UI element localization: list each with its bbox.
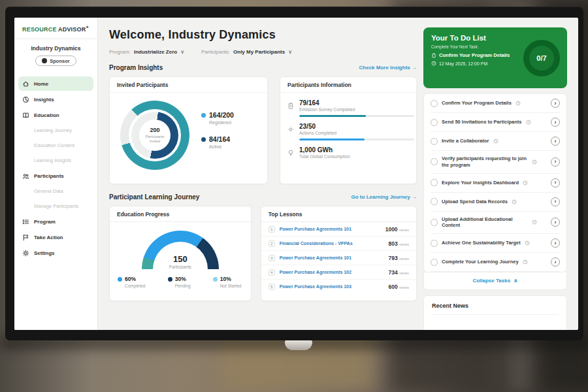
task-open-button[interactable]: › (551, 257, 560, 267)
learning-journey-header: Participant Learning Journey Go to Learn… (109, 193, 417, 201)
task-open-button[interactable]: › (551, 218, 560, 227)
program-insights-header: Program Insights Check More Insights → (109, 64, 417, 71)
sidebar-item[interactable]: Settings (18, 246, 93, 260)
task-row[interactable]: Confirm Your Program Details › (431, 94, 560, 113)
task-row[interactable]: Send 50 Invitations to Participants › (431, 113, 560, 132)
go-to-learning-journey-link[interactable]: Go to Learning Journey → (351, 194, 417, 200)
task-open-button[interactable]: › (551, 178, 560, 188)
monitor-screen: RESOURCE ADVISOR+ Industry Dynamics Spon… (14, 18, 578, 330)
lesson-link[interactable]: Power Purchase Agreements 101 (280, 227, 381, 232)
recent-news-title: Recent News (432, 302, 559, 315)
invited-donut-chart: 200 Participants Invited (120, 101, 189, 170)
legend-item-pending: 30% Pending (168, 276, 191, 288)
task-open-button[interactable]: › (551, 238, 560, 248)
task-open-button[interactable]: › (551, 99, 560, 108)
lessons-list: 1 Power Purchase Agreements 101 1000 vie… (261, 222, 416, 293)
sidebar-item-label: Education Content (34, 142, 74, 148)
todo-column: Your To Do List Complete Your Next Task:… (423, 18, 567, 330)
sidebar-item[interactable]: Program (18, 214, 93, 229)
task-open-button[interactable]: › (551, 118, 560, 127)
lesson-rank: 2 (269, 240, 275, 247)
task-checkbox[interactable] (431, 198, 438, 205)
info-label: Actions Completed (299, 131, 414, 135)
sidebar-item[interactable]: Take Action (18, 230, 93, 244)
sidebar-item[interactable]: Participants (18, 169, 93, 183)
lesson-row: 2 Financial Considerations - VPPAs 803 v… (261, 237, 416, 251)
card-title: Participants Information (280, 77, 416, 93)
sidebar-item-label: General Data (34, 188, 63, 194)
clock-icon (532, 220, 537, 225)
task-row[interactable]: Upload Additional Educational Content › (431, 212, 560, 235)
task-checkbox[interactable] (431, 240, 438, 247)
task-label: Explore Your Insights Dashboard (442, 180, 519, 186)
legend-item-completed: 60% Completed (118, 276, 145, 288)
page-title: Welcome, Industry Dynamics (109, 28, 417, 42)
insights-cards-row: Invited Participants 200 Participants In… (109, 76, 417, 184)
info-label: Emission Survey Completed (299, 107, 414, 112)
info-value: 1,000 GWh (299, 146, 350, 154)
task-checkbox[interactable] (431, 119, 438, 126)
actions-icon (287, 123, 295, 140)
task-label: Send 50 Invitations to Participants (442, 119, 522, 125)
legend-item-registered: 164/200 Registered (201, 111, 234, 125)
chevron-down-icon[interactable]: ∨ (288, 49, 292, 55)
sidebar-item[interactable]: General Data (18, 184, 93, 198)
task-checkbox[interactable] (431, 158, 438, 165)
task-checkbox[interactable] (431, 138, 438, 145)
legend-value: 84/164 (209, 135, 230, 143)
sidebar-item[interactable]: Education (18, 108, 93, 122)
lesson-row: 4 Power Purchase Agreements 102 734 view… (261, 265, 416, 280)
task-open-button[interactable]: › (551, 137, 560, 146)
sidebar-item[interactable]: Learning Insights (18, 154, 93, 167)
sidebar-item[interactable]: Learning Journey (18, 123, 93, 137)
clock-icon (532, 159, 537, 165)
main-content: Welcome, Industry Dynamics Program: Indu… (98, 18, 423, 330)
task-checkbox[interactable] (431, 259, 438, 266)
program-filter-value[interactable]: Industrialize Zero (134, 49, 177, 55)
sponsor-label: Sponsor (50, 58, 69, 64)
task-row[interactable]: Complete Your Learning Journey › (431, 253, 560, 272)
lesson-link[interactable]: Financial Considerations - VPPAs (280, 241, 384, 246)
task-checkbox[interactable] (431, 100, 438, 107)
lesson-link[interactable]: Power Purchase Agreements 102 (280, 270, 384, 275)
sidebar-item-label: Insights (34, 97, 54, 103)
clock-icon (525, 240, 530, 246)
lesson-rank: 4 (269, 269, 275, 276)
lesson-row: 3 Power Purchase Agreements 101 793 view… (261, 251, 416, 265)
task-row[interactable]: Verify participants requesting to join t… (431, 151, 560, 174)
clock-icon (523, 180, 528, 186)
task-row[interactable]: Achieve One Sustainability Target › (431, 234, 560, 253)
home-icon (22, 80, 29, 88)
info-label: Total Global Consumption (299, 154, 350, 159)
task-row[interactable]: Invite a Collaborator › (431, 132, 560, 151)
sidebar-item[interactable]: Education Content (18, 139, 93, 152)
task-row[interactable]: Upload Spend Data Records › (431, 193, 560, 212)
task-open-button[interactable]: › (551, 197, 560, 206)
sidebar-item-label: Education (34, 112, 59, 118)
collapse-tasks-link[interactable]: Collapse Tasks ∧ (431, 272, 560, 289)
legend-label: Registered (209, 120, 234, 125)
sidebar-item-label: Home (34, 81, 48, 87)
task-row[interactable]: Explore Your Insights Dashboard › (431, 174, 560, 193)
sidebar-item-label: Learning Journey (34, 127, 72, 133)
task-checkbox[interactable] (431, 219, 438, 226)
participants-filter-value[interactable]: Only My Participants (233, 49, 285, 55)
sidebar-item[interactable]: Manage Participants (18, 199, 93, 213)
top-lessons-card: Top Lessons 1 Power Purchase Agreements … (261, 206, 417, 301)
lesson-link[interactable]: Power Purchase Agreements 103 (280, 284, 384, 289)
todo-progress-ring: 0/7 (523, 40, 560, 76)
settings-icon (22, 250, 29, 257)
check-more-insights-link[interactable]: Check More Insights → (359, 65, 417, 71)
sidebar-item[interactable]: Home (18, 76, 93, 91)
info-value: 23/50 (299, 123, 414, 130)
tasks-list: Confirm Your Program Details › Send 50 I… (423, 93, 567, 272)
sidebar-item[interactable]: Insights (18, 92, 93, 106)
bulb-icon (287, 146, 295, 159)
task-checkbox[interactable] (431, 179, 438, 186)
chevron-down-icon[interactable]: ∨ (180, 49, 184, 55)
gauge-center-value: 150 (142, 254, 219, 264)
lesson-link[interactable]: Power Purchase Agreements 101 (280, 255, 384, 261)
org-block: Industry Dynamics Sponsor (14, 39, 97, 73)
task-open-button[interactable]: › (551, 157, 560, 167)
lesson-views: 734 views (388, 269, 409, 276)
